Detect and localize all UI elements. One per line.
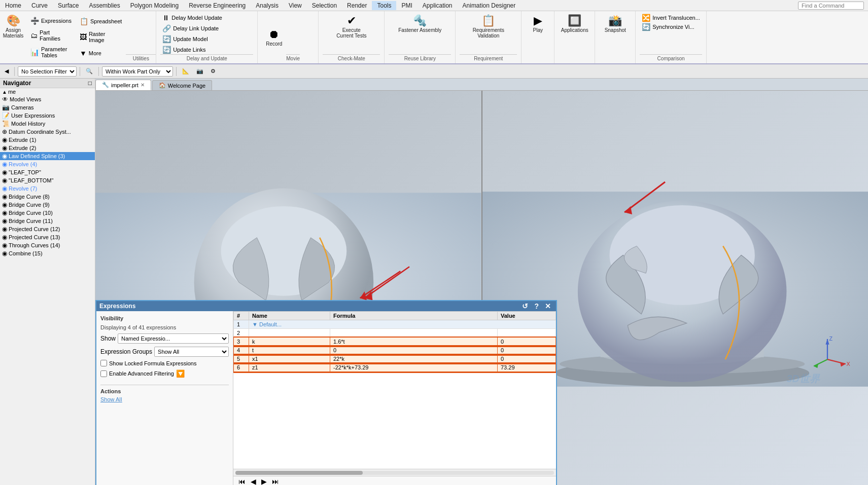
nav-law-defined-spline[interactable]: ◉ Law Defined Spline (3): [0, 152, 95, 160]
nav-model-history[interactable]: 📜 Model History: [0, 120, 95, 128]
menu-reverse[interactable]: Reverse Engineering: [184, 1, 251, 10]
menu-animation[interactable]: Animation Designer: [458, 1, 521, 10]
ribbon-delay-link-update[interactable]: 🔗 Delay Link Update: [160, 24, 253, 33]
ribbon-record[interactable]: ⏺ Record: [262, 27, 286, 48]
row5-formula: 22*k: [330, 355, 498, 363]
nav-revolve7[interactable]: ◉ Revolve (7): [0, 184, 95, 193]
content-area: 🔧 impeller.prt ✕ 🏠 Welcome Page: [95, 79, 868, 485]
work-part-select[interactable]: Within Work Part Only: [102, 66, 173, 77]
nav-me[interactable]: ▲ me: [0, 88, 95, 95]
ribbon-update-links[interactable]: 🔄 Update Links: [160, 45, 253, 54]
menu-analysis[interactable]: Analysis: [251, 1, 284, 10]
table-row[interactable]: 2: [234, 329, 556, 338]
expressions-right-panel: # Name Formula Value 1: [233, 311, 556, 485]
show-locked-checkbox[interactable]: [100, 360, 107, 366]
nav-next-btn[interactable]: ▶: [259, 477, 269, 485]
ribbon-more-utilities[interactable]: ▼ More: [78, 49, 124, 58]
table-row-z1[interactable]: 6 z1 -22*k*k+73.29 73.29: [234, 363, 556, 372]
nav-bridge-curve11[interactable]: ◉ Bridge Curve (11): [0, 217, 95, 225]
execute-tests-icon: ✔: [347, 14, 356, 27]
table-row-x1[interactable]: 5 x1 22*k 0: [234, 355, 556, 363]
tab-impeller-close[interactable]: ✕: [141, 82, 145, 88]
table-row[interactable]: 1 ▼ Default...: [234, 320, 556, 329]
toolbar-snap-btn[interactable]: 📐: [180, 66, 192, 76]
nav-extrude1[interactable]: ◉ Extrude (1): [0, 136, 95, 144]
ribbon-fastener-assembly[interactable]: 🔩 Fastener Assembly: [389, 13, 451, 34]
toolbar-capture-btn[interactable]: 📷: [194, 66, 206, 76]
table-row-t[interactable]: 4 t 0 0: [234, 346, 556, 355]
nav-user-expressions[interactable]: 📝 User Expressions: [0, 111, 95, 120]
viewport[interactable]: Z X 3D世界: [95, 91, 868, 485]
selection-filter-select[interactable]: No Selection Filter: [18, 66, 77, 77]
ribbon-delay-group: ⏸ Delay Model Update 🔗 Delay Link Update…: [156, 11, 258, 63]
expressions-scrollbar[interactable]: [233, 469, 556, 476]
ribbon-snapshot[interactable]: 📸 Snapshot: [603, 13, 628, 34]
nav-revolve4[interactable]: ◉ Revolve (4): [0, 160, 95, 168]
menu-pmi[interactable]: PMI: [396, 1, 417, 10]
ribbon-expressions[interactable]: ➗ Expressions: [28, 16, 74, 25]
toolbar-filter-icon[interactable]: 🔍: [83, 66, 95, 76]
ribbon-assign-materials[interactable]: 🎨 Assign Materials: [0, 13, 26, 61]
menu-selection[interactable]: Selection: [307, 1, 342, 10]
ribbon-applications[interactable]: 🔲 Applications: [559, 13, 591, 34]
show-select[interactable]: Named Expressio...: [118, 333, 229, 344]
filter-icon[interactable]: 🔽: [176, 369, 185, 378]
scrollbar-track[interactable]: [235, 471, 554, 475]
ribbon-execute-tests[interactable]: ✔ Execute Current Tests: [323, 13, 380, 40]
find-command-input[interactable]: [798, 2, 864, 10]
menu-render[interactable]: Render: [342, 1, 372, 10]
menu-assemblies[interactable]: Assemblies: [84, 1, 125, 10]
menu-tools[interactable]: Tools: [372, 1, 396, 10]
nav-bridge-curve9[interactable]: ◉ Bridge Curve (9): [0, 201, 95, 209]
toolbar-settings-btn[interactable]: ⚙: [208, 66, 218, 76]
ribbon-invert-translucent[interactable]: 🔀 Invert Translucen...: [640, 13, 702, 22]
nav-extrude2[interactable]: ◉ Extrude (2): [0, 144, 95, 152]
ribbon-synchronize[interactable]: 🔄 Synchronize Vi...: [640, 22, 702, 31]
ribbon-spreadsheet[interactable]: 📋 Spreadsheet: [78, 17, 124, 26]
nav-last-btn[interactable]: ⏭: [270, 477, 281, 485]
expr-close-btn[interactable]: ✕: [543, 302, 553, 310]
enable-filtering-field: Enable Advanced Filtering 🔽: [100, 369, 229, 378]
ribbon-parameter-tables[interactable]: 📊 Parameter Tables: [28, 46, 74, 59]
nav-cameras[interactable]: 📷 Cameras: [0, 103, 95, 111]
menu-surface[interactable]: Surface: [53, 1, 84, 10]
nav-leaf-top[interactable]: ◉ "LEAF_TOP": [0, 168, 95, 176]
menu-application[interactable]: Application: [418, 1, 458, 10]
ribbon-requirements-validation[interactable]: 📋 Requirements Validation: [460, 13, 517, 40]
checkmate-label: Check-Mate: [323, 54, 380, 61]
ribbon-part-families[interactable]: 🗂 Part Families: [28, 29, 74, 42]
nav-prev-btn[interactable]: ◀: [249, 477, 258, 485]
nav-datum-coord[interactable]: ⊕ Datum Coordinate Syst...: [0, 128, 95, 136]
menu-bar: Home Curve Surface Assemblies Polygon Mo…: [0, 0, 868, 11]
default-expand-btn[interactable]: ▼ Default...: [252, 321, 282, 327]
navigator-collapse-btn[interactable]: □: [88, 80, 92, 87]
ribbon-delay-model-update[interactable]: ⏸ Delay Model Update: [160, 13, 253, 22]
menu-view[interactable]: View: [284, 1, 307, 10]
expr-help-btn[interactable]: ?: [532, 302, 541, 310]
scrollbar-thumb[interactable]: [235, 471, 363, 475]
nav-projected-curve12[interactable]: ◉ Projected Curve (12): [0, 225, 95, 233]
nav-combine15[interactable]: ◉ Combine (15): [0, 249, 95, 257]
enable-filtering-checkbox[interactable]: [100, 370, 107, 377]
ribbon-update-model[interactable]: 🔄 Update Model: [160, 34, 253, 44]
sync-icon: 🔄: [642, 23, 650, 31]
nav-first-btn[interactable]: ⏮: [236, 477, 248, 485]
expr-groups-select[interactable]: Show All: [154, 347, 229, 357]
table-row-k[interactable]: 3 k 1.6*t 0: [234, 338, 556, 346]
expr-refresh-btn[interactable]: ↺: [520, 302, 530, 310]
ribbon-play[interactable]: ▶ Play: [526, 13, 550, 34]
menu-curve[interactable]: Curve: [26, 1, 53, 10]
menu-polygon[interactable]: Polygon Modeling: [125, 1, 184, 10]
nav-bridge-curve8[interactable]: ◉ Bridge Curve (8): [0, 193, 95, 201]
nav-model-views[interactable]: 👁 Model Views: [0, 95, 95, 103]
nav-through-curves14[interactable]: ◉ Through Curves (14): [0, 241, 95, 249]
toolbar-back[interactable]: ◀: [2, 66, 11, 76]
menu-home[interactable]: Home: [0, 1, 26, 10]
tab-welcome[interactable]: 🏠 Welcome Page: [152, 80, 212, 90]
nav-leaf-bottom[interactable]: ◉ "LEAF_BOTTOM": [0, 176, 95, 184]
show-all-link[interactable]: Show AlI: [100, 396, 229, 402]
tab-impeller[interactable]: 🔧 impeller.prt ✕: [95, 80, 151, 90]
ribbon-raster-image[interactable]: 🖼 Raster Image: [78, 30, 124, 44]
nav-bridge-curve10[interactable]: ◉ Bridge Curve (10): [0, 209, 95, 217]
nav-projected-curve13[interactable]: ◉ Projected Curve (13): [0, 233, 95, 241]
